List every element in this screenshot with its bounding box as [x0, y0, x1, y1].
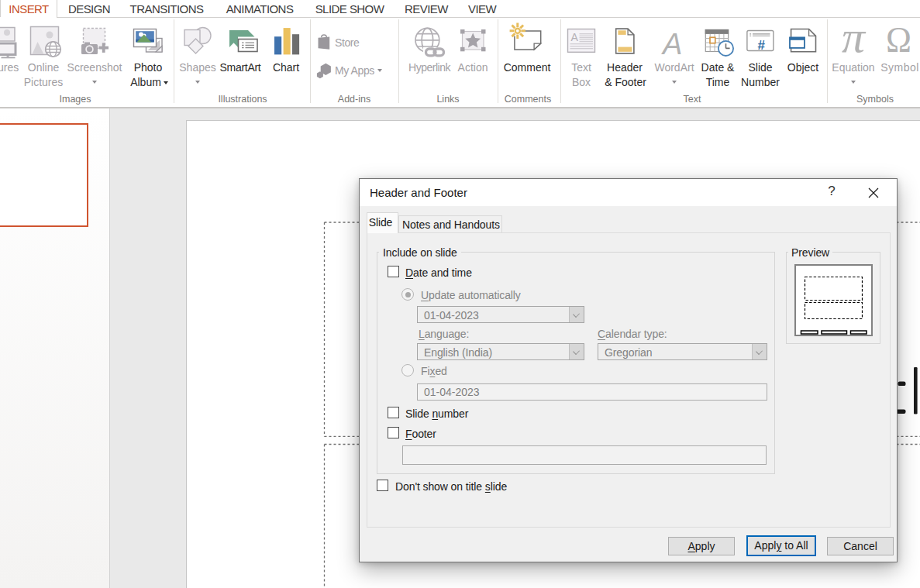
svg-text:Ω: Ω	[886, 20, 911, 60]
svg-text:#: #	[758, 38, 766, 53]
svg-text:A: A	[571, 31, 579, 43]
svg-text:π: π	[842, 18, 867, 61]
svg-text:A: A	[661, 28, 682, 60]
